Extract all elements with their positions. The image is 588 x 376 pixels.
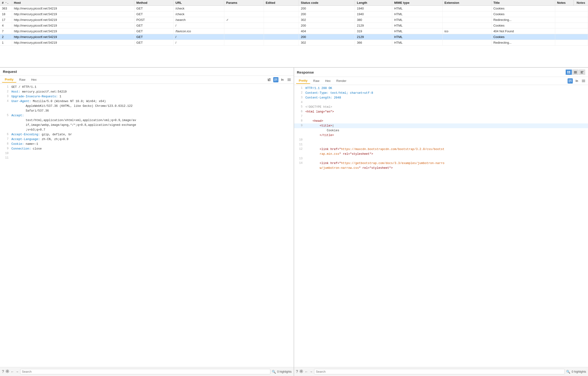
col-extension[interactable]: Extension xyxy=(442,0,491,6)
wrap-text-icon[interactable] xyxy=(273,77,278,82)
code-line: 10 xyxy=(0,151,294,156)
tab-request-raw[interactable]: Raw xyxy=(16,77,28,82)
response-search-button[interactable]: 🔍 xyxy=(566,370,570,374)
back-icon[interactable]: ← xyxy=(11,370,14,374)
more-options-icon[interactable] xyxy=(287,77,292,82)
cell-host: http://mercury.picoctf.net:54219 xyxy=(12,34,134,40)
col-params[interactable]: Params xyxy=(224,0,264,6)
tab-response-hex[interactable]: Hex xyxy=(322,78,333,84)
col-url[interactable]: URL xyxy=(173,0,224,6)
request-search-input[interactable] xyxy=(20,369,270,374)
table-row[interactable]: 7http://mercury.picoctf.net:54219GET/fav… xyxy=(0,29,588,34)
cell-url: / xyxy=(173,40,224,46)
response-search-input[interactable] xyxy=(314,369,565,374)
svg-rect-18 xyxy=(581,72,583,73)
table-row[interactable]: 2http://mercury.picoctf.net:54219GET/200… xyxy=(0,34,588,40)
response-help-icon[interactable]: ? xyxy=(296,370,298,374)
line-number: 10 xyxy=(296,138,303,142)
line-number xyxy=(296,166,303,170)
col-title[interactable]: Title xyxy=(491,0,555,6)
line-number: 4 xyxy=(296,100,303,105)
table-row[interactable]: 17http://mercury.picoctf.net:54219POST/s… xyxy=(0,17,588,23)
forward-icon[interactable]: → xyxy=(15,370,19,374)
cell-edited xyxy=(264,40,299,46)
view-mode-text-btn[interactable] xyxy=(579,70,585,75)
cell-host: http://mercury.picoctf.net:54219 xyxy=(12,17,134,23)
col-mime[interactable]: MIME type xyxy=(392,0,443,6)
svg-rect-22 xyxy=(568,82,570,82)
col-host[interactable]: Host xyxy=(12,0,134,6)
cell-status-code: 200 xyxy=(299,34,355,40)
table-row[interactable]: 18http://mercury.picoctf.net:54219GET/ch… xyxy=(0,11,588,17)
code-line: AppleWebKit/537.36 (KHTML, like Gecko) C… xyxy=(0,104,294,108)
code-line: </title> xyxy=(294,133,588,138)
col-length[interactable]: Length xyxy=(355,0,392,6)
response-wrap-icon[interactable] xyxy=(567,78,573,84)
settings-icon[interactable] xyxy=(5,369,9,374)
response-more-options-icon[interactable] xyxy=(581,78,586,84)
line-content: <link href="https://getbootstrap.com/doc… xyxy=(306,161,586,166)
request-code-content[interactable]: 1GET / HTTP/1.12Host: mercury.picoctf.ne… xyxy=(0,84,294,367)
cell-extension xyxy=(442,34,491,40)
cell-title: Cookies xyxy=(491,34,555,40)
code-line: w/jumbotron-narrow.css" rel="stylesheet"… xyxy=(294,166,588,170)
cell-extension xyxy=(442,40,491,46)
table-row[interactable]: 4http://mercury.picoctf.net:54219GET/200… xyxy=(0,23,588,29)
request-search-button[interactable]: 🔍 xyxy=(272,370,276,374)
line-number: 5 xyxy=(2,113,9,118)
tab-request-pretty[interactable]: Pretty xyxy=(2,77,16,83)
table-row[interactable]: 363http://mercury.picoctf.net:54219GET/c… xyxy=(0,6,588,11)
view-mode-grid-btn[interactable] xyxy=(566,70,572,75)
cell-extension xyxy=(442,23,491,29)
table-row[interactable]: 1http://mercury.picoctf.net:54219GET/302… xyxy=(0,40,588,46)
cell-length: 366 xyxy=(355,40,392,46)
cell-mime-type: HTML xyxy=(392,29,443,34)
cell-url: / xyxy=(173,23,224,29)
cell-edited xyxy=(264,34,299,40)
cell-extension: ico xyxy=(442,29,491,34)
line-number: 10 xyxy=(2,151,9,156)
cell-mime-type: HTML xyxy=(392,11,443,17)
line-content: <!DOCTYPE html> xyxy=(306,105,586,109)
response-line-numbers-icon[interactable]: In xyxy=(574,78,579,84)
line-content: Cookies xyxy=(306,128,586,133)
svg-rect-4 xyxy=(274,80,277,80)
cell-host: http://mercury.picoctf.net:54219 xyxy=(12,29,134,34)
svg-rect-5 xyxy=(274,81,276,81)
table-header-row: # ⌃⌄ Host Method URL Params Edited Statu… xyxy=(0,0,588,6)
svg-rect-7 xyxy=(288,80,291,80)
code-line: 5<!DOCTYPE html> xyxy=(294,105,588,109)
cell-params xyxy=(224,6,264,11)
cell-params xyxy=(224,29,264,34)
line-number: 9 xyxy=(2,146,9,151)
line-content xyxy=(306,100,586,105)
toggle-display-icon[interactable] xyxy=(267,77,272,82)
line-content xyxy=(306,138,586,142)
tab-response-raw[interactable]: Raw xyxy=(310,78,322,84)
line-content: Content-Type: text/html; charset=utf-8 xyxy=(306,91,586,95)
cell-url: /search xyxy=(173,17,224,23)
col-id[interactable]: # ⌃⌄ xyxy=(0,0,12,6)
response-code-content[interactable]: 1HTTP/1.1 200 OK2Content-Type: text/html… xyxy=(294,85,588,367)
request-highlights: 0 highlights xyxy=(277,370,292,373)
notes-tab[interactable]: Notes xyxy=(574,0,588,6)
code-line: text/html,application/xhtml+xml,applicat… xyxy=(0,118,294,123)
view-mode-list-btn[interactable] xyxy=(572,70,578,75)
col-status[interactable]: Status code xyxy=(299,0,355,6)
line-content: rap.min.css" rel="stylesheet"> xyxy=(306,152,586,157)
line-content: text/html,application/xhtml+xml,applicat… xyxy=(11,118,292,123)
tab-response-render[interactable]: Render xyxy=(333,78,350,84)
line-content: <head> xyxy=(306,119,586,124)
line-numbers-icon[interactable]: In xyxy=(280,77,285,82)
code-line: 11 xyxy=(0,156,294,160)
code-line: 1HTTP/1.1 200 OK xyxy=(294,86,588,91)
response-settings-icon[interactable] xyxy=(299,369,303,374)
tab-request-hex[interactable]: Hex xyxy=(28,77,39,82)
cell-edited xyxy=(264,11,299,17)
col-edited[interactable]: Edited xyxy=(264,0,299,6)
col-method[interactable]: Method xyxy=(134,0,174,6)
response-back-icon[interactable]: ← xyxy=(305,370,308,374)
response-forward-icon[interactable]: → xyxy=(309,370,313,374)
tab-response-pretty[interactable]: Pretty xyxy=(296,78,310,84)
help-icon[interactable]: ? xyxy=(2,370,4,374)
